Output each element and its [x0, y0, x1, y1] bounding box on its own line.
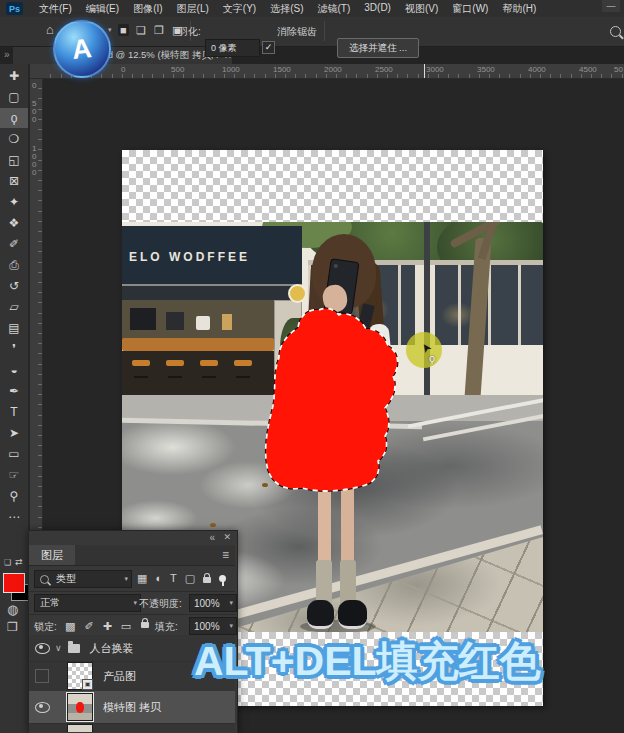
screen-mode-icon[interactable]: ❐ [7, 620, 18, 634]
healing-brush-tool[interactable]: ❖ [0, 213, 28, 233]
opacity-label: 不透明度: [139, 597, 182, 611]
swap-colors-icon[interactable]: ⇄ [15, 557, 23, 567]
new-selection-icon[interactable]: ■ [118, 24, 129, 36]
history-brush-tool[interactable]: ↺ [0, 276, 28, 296]
add-to-selection-icon[interactable]: ❏ [136, 24, 146, 37]
zoom-tool[interactable]: ⚲ [0, 486, 28, 506]
eye-icon[interactable] [35, 643, 50, 654]
gradient-tool[interactable]: ▤ [0, 318, 28, 338]
search-icon[interactable] [610, 26, 621, 37]
opacity-value: 100% [194, 598, 220, 609]
edit-toolbar[interactable]: ⋯ [0, 507, 28, 527]
home-icon[interactable]: ⌂ [46, 22, 54, 37]
lasso-tool[interactable]: ϙ [0, 108, 28, 128]
dodge-tool[interactable]: ◒ [0, 360, 28, 380]
object-selection-tool[interactable]: ❍ [0, 129, 28, 149]
tool-preset-chevron-icon[interactable]: ▾ [108, 26, 112, 34]
layer-name[interactable]: 模特图 [103, 731, 136, 733]
menu-9[interactable]: 窗口(W) [445, 2, 495, 16]
menu-1[interactable]: 编辑(E) [79, 2, 126, 16]
ruler-number: 4500 [579, 65, 597, 74]
antialias-checkbox[interactable]: ✓ [262, 41, 275, 54]
horizontal-ruler[interactable]: 5000500100015002000250030003500400045005… [30, 64, 624, 79]
eraser-tool[interactable]: ▱ [0, 297, 28, 317]
document-tab[interactable]: .psd @ 12.5% (模特图 拷贝, RGB/8*) * ✕ [13, 46, 232, 64]
tab-overflow-icon[interactable]: » [4, 49, 10, 60]
filter-type-dropdown[interactable]: 类型 ▾ [34, 570, 132, 588]
filter-icon-1[interactable]: ◐ [155, 572, 162, 584]
eye-icon[interactable] [35, 702, 50, 713]
opacity-input[interactable]: 100% ▾ [189, 594, 237, 612]
panel-collapse-icon[interactable]: « [209, 532, 215, 543]
filter-toggle-pin[interactable] [219, 575, 226, 582]
tools-panel: ❏ ⇄ ◍ ❐ ✚▢ϙ❍◱⊠✦❖✐⎙↺▱▤❜◒✒T➤▭☞⚲⋯ [0, 46, 29, 733]
type-tool[interactable]: T [0, 402, 28, 422]
filter-smart-object-icon[interactable] [203, 577, 211, 583]
path-select-tool[interactable]: ➤ [0, 423, 28, 443]
menu-5[interactable]: 选择(S) [263, 2, 310, 16]
menu-0[interactable]: 文件(F) [32, 2, 79, 16]
filter-icon-2[interactable]: T [170, 572, 177, 584]
layer-name[interactable]: 人台换装 [90, 641, 134, 656]
move-tool[interactable]: ✚ [0, 66, 28, 86]
group-expand-icon[interactable]: ∨ [55, 643, 62, 653]
separator [324, 21, 325, 41]
menu-2[interactable]: 图像(I) [126, 2, 169, 16]
blur-tool[interactable]: ❜ [0, 339, 28, 359]
blend-mode-dropdown[interactable]: 正常 ▾ [34, 594, 141, 612]
menu-3[interactable]: 图层(L) [170, 2, 216, 16]
visibility-checkbox[interactable] [35, 669, 49, 683]
brush-tool[interactable]: ✐ [0, 234, 28, 254]
clone-stamp-tool[interactable]: ⎙ [0, 255, 28, 275]
subtract-from-selection-icon[interactable]: ❐ [154, 24, 164, 37]
quick-mask-icon[interactable]: ◍ [7, 602, 18, 617]
lock-icon-2[interactable]: ✚ [103, 620, 112, 633]
layers-panel: « ✕ 图层 ≡ 类型 ▾ ▦◐T▢ 正常 ▾ 不透明度: 100% ▾ [28, 530, 238, 733]
minimize-button[interactable]: — [602, 0, 620, 12]
default-colors-icon[interactable]: ❏ [4, 558, 11, 567]
panel-close-icon[interactable]: ✕ [223, 532, 231, 542]
ruler-number: 1000 [32, 145, 40, 177]
hand-tool[interactable]: ☞ [0, 465, 28, 485]
lock-all-icon[interactable] [141, 622, 149, 628]
menu-6[interactable]: 滤镜(T) [311, 2, 358, 16]
lock-icon-3[interactable]: ▭ [121, 620, 131, 633]
filter-icon-3[interactable]: ▢ [185, 572, 195, 585]
foreground-color-swatch[interactable] [3, 573, 25, 593]
photoshop-logo[interactable]: Ps [6, 2, 23, 15]
frame-tool[interactable]: ⊠ [0, 171, 28, 191]
lock-icon-1[interactable]: ✐ [84, 620, 93, 633]
filter-icon-0[interactable]: ▦ [137, 572, 147, 585]
menu-8[interactable]: 视图(V) [398, 2, 445, 16]
fill-input[interactable]: 100% ▾ [189, 617, 237, 635]
ruler-number: 4000 [528, 65, 546, 74]
layer-row-3[interactable]: 模特图 [29, 723, 235, 732]
layer-name[interactable]: 产品图 [103, 669, 136, 684]
ruler-number: 3500 [477, 65, 495, 74]
menu-7[interactable]: 3D(D) [357, 2, 398, 16]
fill-label: 填充: [155, 620, 178, 634]
layer-row-2[interactable]: 模特图 拷贝 [29, 691, 235, 724]
lock-icon-0[interactable]: ▩ [65, 620, 75, 633]
antialias-label: 消除锯齿 [277, 25, 317, 39]
menu-10[interactable]: 帮助(H) [495, 2, 543, 16]
shape-tool[interactable]: ▭ [0, 444, 28, 464]
pen-tool[interactable]: ✒ [0, 381, 28, 401]
panel-tab-row: 图层 ≡ [29, 545, 235, 566]
tab-layers[interactable]: 图层 [29, 545, 75, 565]
select-and-mask-button[interactable]: 选择并遮住 ... [337, 38, 419, 58]
menu-4[interactable]: 文字(Y) [216, 2, 263, 16]
ruler-cursor-marker [424, 64, 425, 78]
ruler-number: 1500 [273, 65, 291, 74]
crop-tool[interactable]: ◱ [0, 150, 28, 170]
feather-input[interactable]: 0 像素 [205, 39, 260, 57]
marquee-tool[interactable]: ▢ [0, 87, 28, 107]
feather-label: 羽化: [178, 25, 201, 39]
transparent-area-top [122, 150, 543, 222]
layer-thumbnail[interactable] [67, 724, 93, 732]
layer-name[interactable]: 模特图 拷贝 [103, 700, 161, 715]
panel-menu-icon[interactable]: ≡ [222, 548, 229, 562]
layer-thumbnail[interactable]: ▣ [67, 662, 93, 690]
eyedropper-tool[interactable]: ✦ [0, 192, 28, 212]
layer-thumbnail[interactable] [67, 693, 93, 721]
